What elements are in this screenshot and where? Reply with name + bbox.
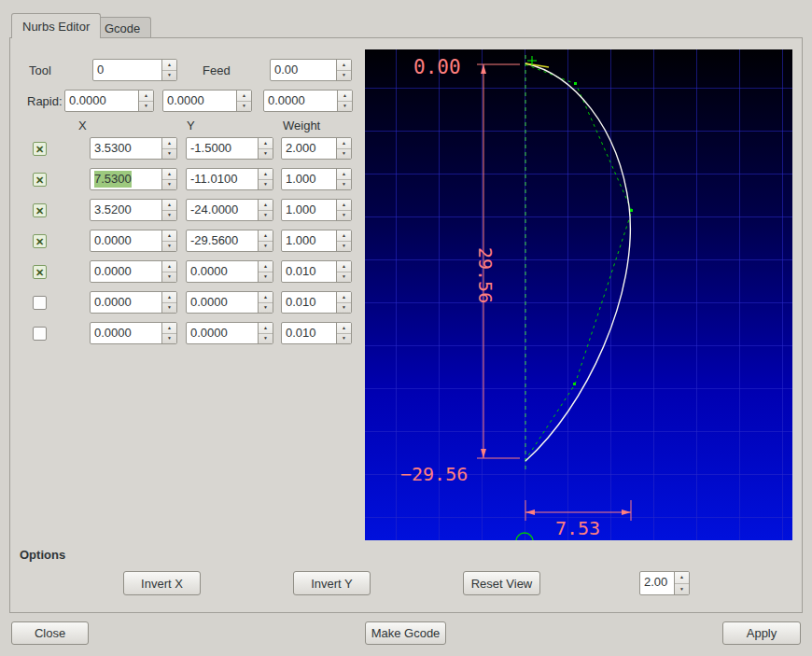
point-x-spinbox[interactable]: 0.0000▲▼: [90, 230, 177, 252]
spin-down-icon[interactable]: ▼: [338, 102, 352, 112]
spin-down-icon[interactable]: ▼: [139, 102, 153, 112]
point-x-spinbox[interactable]: 0.0000▲▼: [90, 260, 177, 283]
spin-up-icon[interactable]: ▲: [338, 91, 352, 102]
spin-down-icon[interactable]: ▼: [337, 303, 351, 314]
point-weight-spinbox[interactable]: 1.000▲▼: [281, 230, 352, 252]
spin-down-icon[interactable]: ▼: [675, 584, 689, 595]
spin-down-icon[interactable]: ▼: [259, 242, 273, 252]
spin-up-icon[interactable]: ▲: [259, 261, 273, 272]
point-y-spinbox[interactable]: 0.0000▲▼: [186, 260, 273, 283]
point-x-spinbox[interactable]: 3.5200▲▼: [90, 199, 177, 221]
spin-up-icon[interactable]: ▲: [259, 138, 273, 149]
point-weight-spinbox[interactable]: 0.010▲▼: [281, 291, 352, 314]
spin-down-icon[interactable]: ▼: [337, 272, 351, 283]
point-y-spinbox[interactable]: 0.0000▲▼: [186, 322, 273, 344]
point-weight-spinbox[interactable]: 0.010▲▼: [281, 260, 352, 283]
spin-up-icon[interactable]: ▲: [237, 91, 251, 102]
spin-up-icon[interactable]: ▲: [337, 292, 351, 303]
spin-up-icon[interactable]: ▲: [259, 200, 273, 211]
scale-spinbox[interactable]: 2.00 ▲▼: [639, 571, 690, 595]
point-enable-checkbox[interactable]: [33, 203, 47, 217]
spin-down-icon[interactable]: ▼: [259, 334, 273, 344]
tool-spinbox[interactable]: 0 ▲▼: [92, 59, 177, 81]
spin-down-icon[interactable]: ▼: [337, 334, 351, 344]
spin-up-icon[interactable]: ▲: [675, 572, 689, 584]
spin-up-icon[interactable]: ▲: [162, 323, 176, 334]
point-enable-checkbox[interactable]: [33, 296, 47, 310]
spin-up-icon[interactable]: ▲: [337, 169, 351, 180]
spin-up-icon[interactable]: ▲: [337, 261, 351, 272]
spin-up-icon[interactable]: ▲: [259, 230, 273, 242]
reset-view-button[interactable]: Reset View: [463, 571, 540, 595]
invert-y-button[interactable]: Invert Y: [293, 571, 371, 595]
point-y-spinbox[interactable]: -11.0100▲▼: [186, 168, 273, 190]
spin-down-icon[interactable]: ▼: [259, 272, 273, 283]
spin-up-icon[interactable]: ▲: [259, 169, 273, 180]
spin-up-icon[interactable]: ▲: [259, 292, 273, 303]
spin-down-icon[interactable]: ▼: [259, 211, 273, 221]
spin-up-icon[interactable]: ▲: [162, 60, 176, 71]
invert-x-button[interactable]: Invert X: [123, 571, 201, 595]
spin-down-icon[interactable]: ▼: [337, 242, 351, 252]
point-enable-checkbox[interactable]: [33, 142, 47, 156]
spin-up-icon[interactable]: ▲: [162, 230, 176, 242]
spin-down-icon[interactable]: ▼: [162, 211, 176, 221]
spin-up-icon[interactable]: ▲: [139, 91, 153, 102]
rapid-y-spinbox[interactable]: 0.0000 ▲▼: [162, 90, 252, 112]
control-point-marker[interactable]: [630, 209, 633, 212]
rapid-x-spinbox[interactable]: 0.0000 ▲▼: [64, 90, 154, 112]
spin-down-icon[interactable]: ▼: [337, 149, 351, 160]
point-y-spinbox[interactable]: 0.0000▲▼: [186, 291, 273, 314]
control-point-marker[interactable]: [574, 82, 577, 85]
nurbs-preview-plot[interactable]: 0.00 29.56 −29.56 7.53: [365, 49, 792, 540]
spin-down-icon[interactable]: ▼: [162, 303, 176, 314]
spin-up-icon[interactable]: ▲: [337, 323, 351, 334]
spin-up-icon[interactable]: ▲: [162, 138, 176, 149]
spin-down-icon[interactable]: ▼: [162, 242, 176, 252]
spin-up-icon[interactable]: ▲: [162, 261, 176, 272]
spin-down-icon[interactable]: ▼: [259, 303, 273, 314]
spin-up-icon[interactable]: ▲: [337, 200, 351, 211]
point-y-spinbox[interactable]: -29.5600▲▼: [186, 230, 273, 252]
spin-up-icon[interactable]: ▲: [162, 169, 176, 180]
point-enable-checkbox[interactable]: [33, 265, 47, 279]
spin-up-icon[interactable]: ▲: [162, 292, 176, 303]
spin-down-icon[interactable]: ▼: [337, 211, 351, 221]
spin-up-icon[interactable]: ▲: [162, 200, 176, 211]
point-enable-checkbox[interactable]: [33, 327, 47, 341]
tab-gcode[interactable]: Gcode: [93, 17, 151, 38]
spin-down-icon[interactable]: ▼: [162, 334, 176, 344]
point-x-spinbox[interactable]: 7.5300▲▼: [90, 168, 177, 190]
spin-down-icon[interactable]: ▼: [259, 149, 273, 160]
spin-down-icon[interactable]: ▼: [259, 180, 273, 190]
tab-nurbs-editor[interactable]: Nurbs Editor: [11, 13, 101, 38]
rapid-z-spinbox[interactable]: 0.0000 ▲▼: [263, 90, 353, 112]
spin-down-icon[interactable]: ▼: [237, 102, 251, 112]
spin-down-icon[interactable]: ▼: [162, 180, 176, 190]
point-x-spinbox[interactable]: 0.0000▲▼: [90, 291, 177, 314]
point-weight-spinbox[interactable]: 0.010▲▼: [281, 322, 352, 344]
spin-up-icon[interactable]: ▲: [337, 230, 351, 242]
spin-down-icon[interactable]: ▼: [162, 272, 176, 283]
feed-spinbox[interactable]: 0.00 ▲▼: [270, 59, 352, 81]
point-weight-spinbox[interactable]: 2.000▲▼: [281, 137, 352, 160]
apply-button[interactable]: Apply: [722, 621, 801, 645]
control-point-marker[interactable]: [573, 383, 576, 385]
point-x-spinbox[interactable]: 0.0000▲▼: [90, 322, 177, 344]
spin-up-icon[interactable]: ▲: [337, 60, 351, 71]
spin-down-icon[interactable]: ▼: [337, 71, 351, 81]
point-enable-checkbox[interactable]: [33, 234, 47, 248]
spin-up-icon[interactable]: ▲: [337, 138, 351, 149]
spin-down-icon[interactable]: ▼: [337, 180, 351, 190]
make-gcode-button[interactable]: Make Gcode: [365, 621, 446, 645]
point-x-spinbox[interactable]: 3.5300▲▼: [90, 137, 177, 160]
close-button[interactable]: Close: [11, 621, 89, 645]
point-weight-spinbox[interactable]: 1.000▲▼: [281, 168, 352, 190]
spin-up-icon[interactable]: ▲: [259, 323, 273, 334]
point-y-spinbox[interactable]: -1.5000▲▼: [186, 137, 273, 160]
point-enable-checkbox[interactable]: [33, 173, 47, 187]
spin-down-icon[interactable]: ▼: [162, 71, 176, 81]
point-y-spinbox[interactable]: -24.0000▲▼: [186, 199, 273, 221]
spin-down-icon[interactable]: ▼: [162, 149, 176, 160]
point-weight-spinbox[interactable]: 1.000▲▼: [281, 199, 352, 221]
